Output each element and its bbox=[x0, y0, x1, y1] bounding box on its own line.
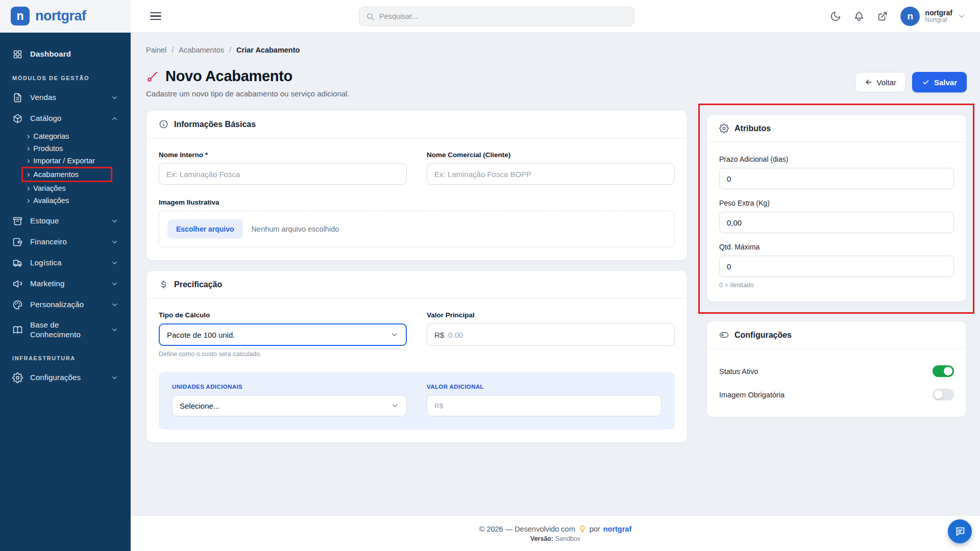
status-ativo-toggle[interactable] bbox=[933, 365, 954, 377]
attributes-title: Atributos bbox=[734, 124, 771, 133]
user-menu[interactable]: n nortgraf Nortgraf bbox=[900, 7, 966, 26]
field-unidades-adicionais: UNIDADES ADICIONAIS Selecione... bbox=[172, 384, 407, 416]
chevron-right-glyph: › bbox=[27, 157, 30, 165]
sidebar-item-label: Financeiro bbox=[30, 237, 104, 247]
additional-pricing-panel: UNIDADES ADICIONAIS Selecione... bbox=[159, 372, 675, 430]
chat-bubble-icon bbox=[954, 526, 966, 537]
notifications-bell-icon[interactable] bbox=[853, 11, 865, 22]
sidebar-item-label: Dashboard bbox=[30, 49, 118, 59]
chevron-up-icon bbox=[111, 115, 118, 122]
peso-extra-input[interactable] bbox=[719, 212, 954, 233]
image-upload-dropzone[interactable]: Escolher arquivo Nenhum arquivo escolhid… bbox=[159, 211, 675, 247]
form-grid: Informações Básicas Nome Interno * Nome … bbox=[146, 110, 967, 443]
settings-row-status: Status Ativo bbox=[719, 362, 954, 381]
sidebar-nav: DashboardMÓDULOS DE GESTÃOVendasCatálogo… bbox=[0, 33, 131, 551]
imagem-obrigatoria-toggle[interactable] bbox=[933, 389, 954, 400]
back-button[interactable]: Voltar bbox=[855, 72, 906, 92]
user-meta: nortgraf Nortgraf bbox=[925, 9, 952, 24]
sidebar-subitem-produtos[interactable]: ›Produtos bbox=[23, 142, 67, 155]
external-link-icon[interactable] bbox=[877, 11, 888, 22]
sidebar-subitem-avaliacoes[interactable]: ›Avaliações bbox=[23, 194, 73, 207]
field-valor-adicional: VALOR ADICIONAL R$ bbox=[427, 384, 662, 416]
sidebar-subitem-variacoes[interactable]: ›Variações bbox=[23, 182, 70, 194]
breadcrumb-separator: / bbox=[229, 46, 231, 54]
title-block: Novo Acabamento Cadastre um novo tipo de… bbox=[146, 68, 350, 98]
sidebar-subitem-label: Acabamentos bbox=[33, 170, 79, 179]
sidebar-item-configuracoes[interactable]: Configurações bbox=[12, 367, 122, 388]
unidades-adicionais-select[interactable]: Selecione... bbox=[172, 395, 407, 416]
nome-interno-input[interactable] bbox=[159, 163, 407, 185]
breadcrumb-painel[interactable]: Painel bbox=[146, 46, 166, 54]
chevron-right-glyph: › bbox=[27, 184, 30, 192]
chat-widget-button[interactable] bbox=[948, 519, 972, 543]
breadcrumb: Painel / Acabamentos / Criar Acabamento bbox=[146, 46, 967, 54]
save-button[interactable]: Salvar bbox=[912, 72, 967, 92]
tipo-calculo-select[interactable]: Pacote de 100 unid. bbox=[159, 323, 407, 346]
field-peso-extra: Peso Extra (Kg) bbox=[719, 199, 954, 233]
page-actions: Voltar Salvar bbox=[855, 72, 967, 92]
breadcrumb-acabamentos[interactable]: Acabamentos bbox=[179, 46, 224, 54]
sidebar: n nortgraf DashboardMÓDULOS DE GESTÃOVen… bbox=[0, 0, 131, 551]
info-circle-icon bbox=[159, 119, 168, 129]
pricing-title: Precificação bbox=[174, 280, 222, 289]
chevron-down-icon bbox=[111, 259, 118, 267]
sidebar-item-label: Vendas bbox=[30, 93, 104, 103]
sidebar-subitem-categorias[interactable]: ›Categorias bbox=[23, 130, 73, 142]
basic-info-card-header: Informações Básicas bbox=[146, 111, 687, 138]
choose-file-button[interactable]: Escolher arquivo bbox=[167, 219, 243, 239]
currency-prefix: R$ bbox=[434, 331, 444, 339]
settings-card-header: Configurações bbox=[707, 321, 966, 349]
footer-copyright: © 2026 — Desenvolvido com bbox=[479, 525, 575, 533]
footer-brand-link[interactable]: nortgraf bbox=[603, 525, 632, 533]
hamburger-menu-icon[interactable] bbox=[150, 12, 161, 20]
app-window: n nortgraf DashboardMÓDULOS DE GESTÃOVen… bbox=[0, 0, 980, 551]
dollar-icon bbox=[159, 280, 168, 289]
sidebar-item-personalizacao[interactable]: Personalização bbox=[12, 294, 122, 315]
prazo-adicional-input[interactable] bbox=[719, 168, 954, 189]
lightbulb-icon bbox=[578, 525, 586, 533]
basic-info-card: Informações Básicas Nome Interno * Nome … bbox=[146, 110, 688, 261]
sidebar-item-marketing[interactable]: Marketing bbox=[12, 273, 122, 294]
sidebar-item-vendas[interactable]: Vendas bbox=[12, 87, 122, 108]
search-icon bbox=[366, 12, 375, 21]
footer-credit: © 2026 — Desenvolvido com por nortgraf bbox=[479, 525, 632, 533]
field-qtd-maxima: Qtd. Máxima 0 = Ilimitado bbox=[719, 243, 954, 289]
user-name: nortgraf bbox=[925, 9, 952, 17]
arrow-left-icon bbox=[865, 78, 873, 86]
attributes-card-header: Atributos bbox=[707, 115, 966, 142]
sidebar-item-catalogo[interactable]: Catálogo bbox=[12, 108, 122, 129]
field-tipo-calculo: Tipo de Cálculo Pacote de 100 unid. Defi… bbox=[159, 311, 407, 358]
pricing-card-header: Precificação bbox=[146, 271, 687, 298]
sidebar-item-base-de-conhecimento[interactable]: Base de Conhecimento bbox=[12, 315, 122, 345]
nome-comercial-input[interactable] bbox=[427, 163, 675, 185]
sidebar-item-logistica[interactable]: Logística bbox=[12, 253, 122, 273]
sidebar-submenu-catalogo: ›Categorias›Produtos›Importar / Exportar… bbox=[23, 130, 122, 207]
nome-comercial-label: Nome Comercial (Cliente) bbox=[427, 151, 675, 159]
sidebar-item-financeiro[interactable]: Financeiro bbox=[12, 232, 122, 253]
valor-adicional-input[interactable] bbox=[447, 402, 654, 410]
wallet-icon bbox=[12, 237, 23, 247]
sidebar-section-heading: MÓDULOS DE GESTÃO bbox=[12, 75, 122, 81]
chevron-down-icon bbox=[111, 374, 118, 382]
sidebar-subitem-acabamentos[interactable]: ›Acabamentos bbox=[23, 168, 111, 181]
qtd-maxima-input[interactable] bbox=[719, 256, 954, 277]
field-prazo-adicional: Prazo Adicional (dias) bbox=[719, 155, 954, 189]
version-value: Sandbox bbox=[555, 535, 580, 542]
sidebar-item-dashboard[interactable]: Dashboard bbox=[12, 44, 122, 65]
package-icon bbox=[12, 113, 23, 124]
brand-logo[interactable]: n nortgraf bbox=[0, 0, 131, 33]
chevron-down-icon bbox=[390, 331, 399, 339]
version-label: Versão: bbox=[530, 535, 553, 542]
file-status-text: Nenhum arquivo escolhido bbox=[252, 225, 339, 233]
field-imagem-ilustrativa: Imagem Ilustrativa Escolher arquivo Nenh… bbox=[159, 198, 675, 247]
dark-mode-moon-icon[interactable] bbox=[830, 11, 841, 22]
sidebar-item-label: Base de Conhecimento bbox=[30, 320, 104, 340]
breadcrumb-current: Criar Acabamento bbox=[236, 46, 300, 54]
sidebar-item-label: Logística bbox=[30, 258, 104, 268]
valor-principal-input[interactable] bbox=[448, 331, 667, 339]
search-input[interactable] bbox=[379, 12, 627, 20]
sidebar-item-label: Estoque bbox=[30, 216, 104, 226]
global-search[interactable] bbox=[359, 7, 634, 26]
sidebar-item-estoque[interactable]: Estoque bbox=[12, 211, 122, 232]
sidebar-subitem-importar-exportar[interactable]: ›Importar / Exportar bbox=[23, 155, 99, 167]
